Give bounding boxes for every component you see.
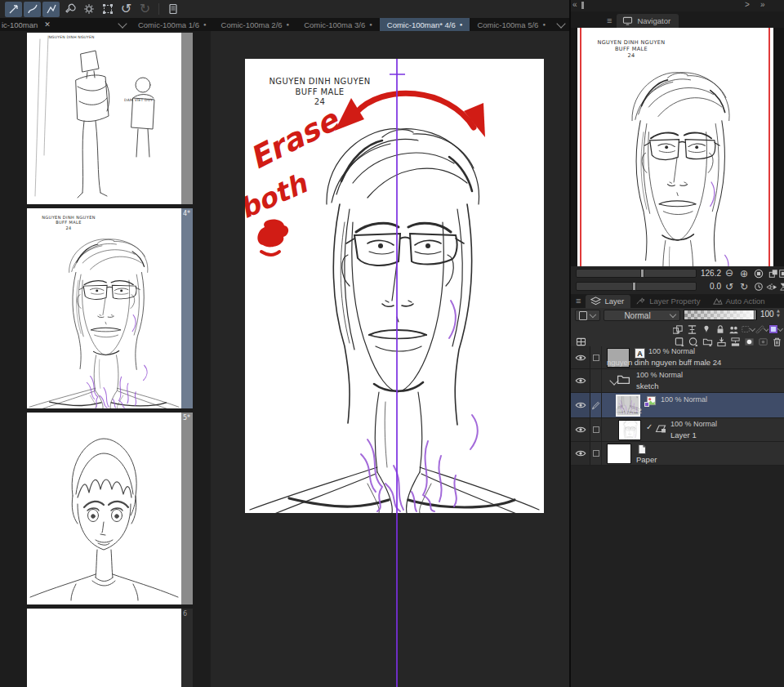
layer-name[interactable]: Layer 2: [616, 405, 642, 416]
layer-menu-icon[interactable]: ≡: [576, 296, 581, 306]
collapse-panel-icon[interactable]: «: [572, 0, 577, 9]
chevron-right-icon[interactable]: >: [745, 0, 750, 9]
layer-mode: Normal: [659, 371, 683, 379]
layer-checkbox[interactable]: [593, 450, 599, 457]
zoom-slider[interactable]: [576, 269, 697, 278]
rotate-ccw-icon[interactable]: ↺: [723, 281, 736, 292]
doc-tab-4-active[interactable]: Comic-100man* 4/6●: [380, 18, 470, 31]
actual-size-icon[interactable]: [777, 268, 784, 279]
check-icon: ✓: [646, 423, 653, 431]
layer-view-mode-icon[interactable]: [574, 336, 588, 347]
zoom-in-icon[interactable]: ⊕: [737, 268, 751, 279]
visibility-toggle[interactable]: [571, 346, 590, 368]
layer-checkbox[interactable]: [593, 355, 599, 361]
canvas-viewport[interactable]: Erase both NGUYEN DINH NGUYEN BUFF MALE …: [211, 31, 569, 687]
rotation-slider[interactable]: [576, 282, 697, 291]
tab-navigator[interactable]: Navigator: [617, 14, 679, 28]
layer-panel-tab-bar: ≡ Layer Layer Property Auto Action: [571, 294, 784, 308]
opacity-spinner[interactable]: ▲▼: [777, 309, 780, 318]
layer-name[interactable]: Layer 1: [670, 430, 697, 440]
layer-checkbox[interactable]: [593, 426, 599, 433]
navigator-frame-line-left: [580, 28, 581, 266]
command-toolbar: ↺ ↻: [0, 0, 569, 18]
select-source-dropdown[interactable]: [741, 323, 755, 335]
navigator-menu-icon[interactable]: ≡: [607, 16, 612, 25]
gear-icon[interactable]: [80, 2, 97, 17]
tab-scroll-right-icon[interactable]: [556, 19, 565, 28]
doc-tab-2[interactable]: Comic-100ma 2/6●: [214, 18, 297, 31]
doc-tab-1[interactable]: Comic-100ma 1/6●: [131, 18, 214, 31]
palette-color-combo[interactable]: [575, 310, 600, 321]
page-thumbnail-3[interactable]: NGUYEN DINH NGUYEN DAM VIET DUY: [27, 33, 181, 204]
opacity-slider[interactable]: [684, 310, 757, 320]
spinner-down-icon[interactable]: ▼: [777, 313, 780, 318]
layer-row-paper[interactable]: Paper: [571, 442, 784, 466]
clip-to-layer-below-icon[interactable]: [671, 323, 685, 335]
layer-name[interactable]: nguyen dinh nguyen buff male 24: [607, 357, 721, 368]
merge-with-layer-below-icon[interactable]: [728, 336, 742, 347]
undo-button[interactable]: ↺: [118, 2, 135, 17]
layer-row-text[interactable]: A 100 % Normal nguyen dinh nguyen buff m…: [571, 346, 784, 369]
tab-scroll-left-icon[interactable]: [118, 19, 127, 28]
apply-mask-icon[interactable]: [756, 336, 770, 347]
new-folder-icon[interactable]: [701, 336, 715, 347]
fit-to-screen-icon[interactable]: [752, 268, 765, 279]
doc-tab-5[interactable]: Comic-100ma 5/6●: [470, 18, 553, 31]
page-thumbnail-5[interactable]: [27, 413, 181, 604]
redo-button[interactable]: ↻: [136, 2, 154, 17]
page-thumbnail-4[interactable]: NGUYEN DINH NGUYEN BUFF MALE 24: [27, 208, 181, 408]
tab-layer[interactable]: Layer: [586, 295, 630, 308]
navigator-preview[interactable]: NGUYEN DINH NGUYEN BUFF MALE 24: [571, 28, 784, 266]
tab-layer-property[interactable]: Layer Property: [630, 295, 706, 308]
visibility-toggle[interactable]: [571, 369, 590, 392]
dock-handle[interactable]: [581, 2, 584, 9]
opacity-slider-knob[interactable]: [754, 310, 756, 320]
layer-thumbnail[interactable]: [618, 420, 641, 440]
curve-tool-button[interactable]: [24, 2, 41, 17]
visibility-toggle[interactable]: [571, 442, 590, 465]
reference-layer-icon[interactable]: [699, 323, 713, 335]
layer-color-dropdown[interactable]: [768, 323, 782, 335]
panel-toggle-button[interactable]: [164, 2, 181, 17]
line-tool-button[interactable]: [5, 2, 22, 17]
transfer-to-layer-below-icon[interactable]: [715, 336, 728, 347]
layer-name[interactable]: Paper: [636, 454, 657, 465]
rotation-slider-knob[interactable]: [632, 282, 636, 291]
blend-mode-combo[interactable]: Normal: [604, 310, 680, 321]
layer-row-folder[interactable]: 100 % Normal sketch: [571, 369, 784, 393]
polyline-tool-button[interactable]: [42, 2, 60, 17]
layer-row-layer2-selected[interactable]: 100 % Normal Layer 2: [571, 393, 784, 418]
layer-mask-icon[interactable]: [742, 336, 756, 347]
layer-name[interactable]: sketch: [636, 381, 658, 391]
divide-frame-icon[interactable]: [685, 323, 699, 335]
zoom-out-icon[interactable]: ⊖: [723, 268, 736, 278]
expand-panel-icon[interactable]: »: [760, 0, 765, 9]
visibility-toggle[interactable]: [571, 393, 590, 417]
lock-transparent-pixels-icon[interactable]: [727, 323, 741, 335]
delete-layer-icon[interactable]: [770, 336, 784, 347]
layer-row-layer1[interactable]: ✓ 100 % Normal Layer 1: [571, 418, 784, 442]
close-icon[interactable]: ✕: [44, 20, 51, 29]
page-3-number-strip[interactable]: [181, 33, 193, 204]
visibility-toggle[interactable]: [571, 418, 590, 441]
new-raster-layer-icon[interactable]: [673, 336, 687, 347]
wrench-icon[interactable]: [61, 2, 78, 17]
window-tab[interactable]: ic-100man ✕: [0, 18, 57, 31]
doc-tab-3[interactable]: Comic-100ma 3/6●: [296, 18, 380, 31]
reset-view-icon[interactable]: [777, 281, 784, 292]
layer-thumbnail[interactable]: [607, 444, 631, 464]
lock-layer-icon[interactable]: [713, 323, 727, 335]
new-vector-layer-icon[interactable]: [687, 336, 701, 347]
page-5-number-strip[interactable]: 5*: [181, 413, 193, 604]
rotate-cw-icon[interactable]: ↻: [737, 281, 751, 292]
ruler-dropdown[interactable]: [755, 323, 768, 335]
canvas-page[interactable]: Erase both NGUYEN DINH NGUYEN BUFF MALE …: [245, 59, 544, 513]
zoom-slider-knob[interactable]: [640, 269, 644, 278]
page-6-number-strip[interactable]: 6: [181, 609, 193, 687]
reset-rotation-icon[interactable]: [752, 281, 765, 292]
transform-icon[interactable]: [99, 2, 116, 17]
tab-auto-action[interactable]: Auto Action: [707, 295, 772, 308]
doc-tab-label: Comic-100man* 4/6: [387, 20, 456, 29]
page-4-number-strip[interactable]: 4*: [181, 208, 193, 408]
page-thumbnail-6[interactable]: [27, 609, 181, 687]
